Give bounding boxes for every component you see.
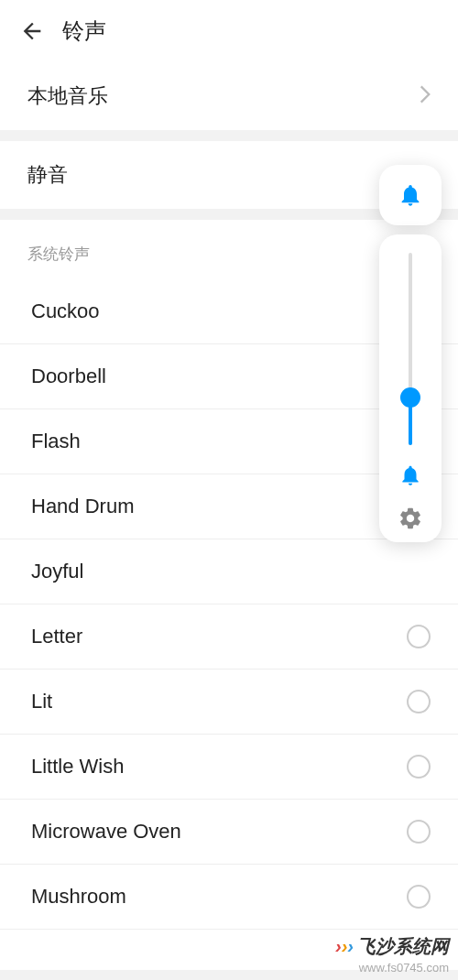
- separator: [0, 130, 458, 141]
- list-item-label: Doorbell: [31, 365, 106, 388]
- watermark-text: 飞沙系统网: [357, 934, 449, 959]
- list-item[interactable]: Mushroom: [0, 865, 458, 930]
- chevron-right-icon: [420, 85, 431, 107]
- list-item-label: Mushroom: [31, 885, 126, 909]
- volume-slider[interactable]: [409, 253, 412, 445]
- list-item[interactable]: Little Wish: [0, 735, 458, 800]
- list-item-label: Joyful: [31, 560, 83, 583]
- list-item-label: Letter: [31, 625, 82, 648]
- local-music-label: 本地音乐: [27, 82, 108, 110]
- silent-label: 静音: [27, 163, 68, 186]
- radio-unselected[interactable]: [407, 820, 431, 844]
- volume-bell-button[interactable]: [379, 165, 442, 225]
- page-header: 铃声: [0, 0, 458, 62]
- list-item[interactable]: Joyful: [0, 539, 458, 604]
- list-item[interactable]: Microwave Oven: [0, 800, 458, 865]
- page-title: 铃声: [62, 16, 106, 46]
- radio-unselected[interactable]: [407, 625, 431, 648]
- volume-slider-thumb[interactable]: [400, 387, 420, 408]
- list-item-label: Hand Drum: [31, 495, 134, 518]
- list-item-label: Microwave Oven: [31, 820, 181, 844]
- list-item[interactable]: Letter: [0, 604, 458, 670]
- radio-unselected[interactable]: [407, 690, 431, 713]
- radio-unselected[interactable]: [407, 885, 431, 909]
- bell-icon: [398, 182, 423, 208]
- watermark-url: www.fs0745.com: [335, 961, 449, 975]
- list-item-label: Flash: [31, 430, 81, 453]
- list-item-label: Little Wish: [31, 755, 124, 779]
- radio-unselected[interactable]: [407, 755, 431, 779]
- list-item-label: Lit: [31, 690, 52, 713]
- back-arrow-icon: [19, 18, 45, 44]
- bell-icon: [398, 463, 422, 487]
- gear-icon: [398, 506, 423, 531]
- watermark-logo: ››› 飞沙系统网: [335, 934, 449, 959]
- back-button[interactable]: [18, 17, 46, 45]
- settings-button[interactable]: [398, 506, 423, 531]
- list-item-label: Cuckoo: [31, 299, 100, 323]
- local-music-row[interactable]: 本地音乐: [0, 62, 458, 130]
- watermark: ››› 飞沙系统网 www.fs0745.com: [326, 929, 458, 980]
- volume-panel: [379, 234, 442, 542]
- list-item[interactable]: Lit: [0, 670, 458, 735]
